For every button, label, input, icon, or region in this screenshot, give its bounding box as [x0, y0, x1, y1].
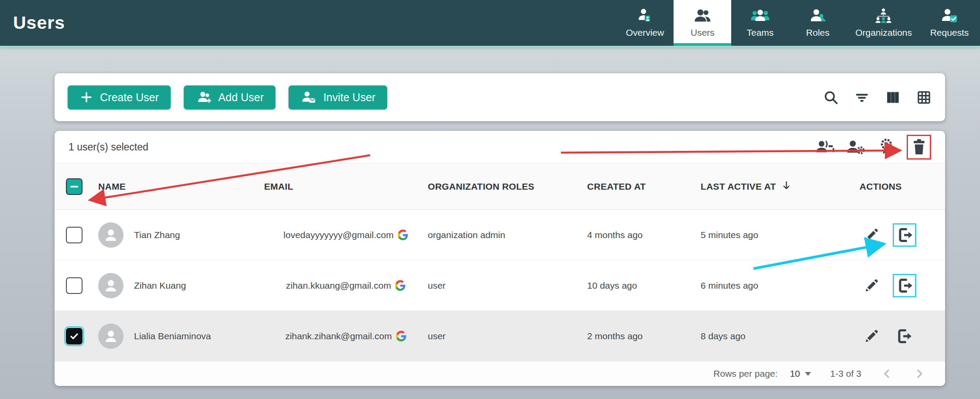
create-user-button[interactable]: Create User: [68, 85, 171, 109]
user-email: zihan.kkuang@gmail.com: [286, 280, 391, 291]
select-all-checkbox[interactable]: [66, 178, 83, 195]
google-icon: [397, 229, 409, 241]
invite-user-button[interactable]: Invite User: [289, 85, 387, 109]
table-row: Zihan Kuang zihan.kkuang@gmail.com user …: [55, 260, 945, 311]
columns-icon[interactable]: [885, 89, 901, 106]
overview-icon: [637, 8, 653, 24]
dropdown-arrow-icon: [805, 372, 811, 376]
remove-user-from-team-icon[interactable]: [815, 137, 835, 157]
google-icon: [395, 280, 406, 291]
rows-per-page: Rows per page: 10: [713, 368, 811, 379]
indeterminate-mark: [70, 186, 78, 188]
rows-per-page-select[interactable]: 10: [790, 368, 811, 379]
user-name: Zihan Kuang: [134, 280, 186, 291]
previous-page-button[interactable]: [880, 367, 894, 380]
tab-label: Users: [691, 27, 715, 38]
user-role: user: [428, 331, 446, 341]
requests-icon: [940, 8, 959, 24]
user-name: Tian Zhang: [134, 230, 180, 240]
tab-roles[interactable]: Roles: [789, 0, 846, 46]
remove-user-button[interactable]: [893, 274, 916, 297]
avatar: [98, 324, 124, 349]
users-icon: [693, 8, 712, 24]
trash-icon[interactable]: [909, 137, 929, 157]
edit-user-button[interactable]: [860, 223, 882, 247]
tab-overview[interactable]: Overview: [616, 0, 674, 46]
sort-desc-icon[interactable]: [781, 180, 792, 194]
tab-organizations[interactable]: Organizations: [846, 0, 921, 46]
annotation-red-box-trash: [907, 135, 931, 160]
tab-requests[interactable]: Requests: [921, 0, 978, 46]
table-view-controls: [823, 89, 932, 106]
user-settings-icon[interactable]: [846, 137, 866, 157]
column-header-name[interactable]: NAME: [98, 181, 126, 192]
column-header-roles[interactable]: ORGANIZATION ROLES: [428, 181, 534, 191]
grid-icon[interactable]: [916, 89, 932, 106]
tab-label: Requests: [930, 27, 969, 38]
button-label: Create User: [100, 91, 159, 104]
remove-user-button[interactable]: [893, 223, 916, 247]
users-admin-page: Users Overview Users Teams: [0, 0, 980, 399]
add-user-button[interactable]: Add User: [184, 85, 276, 109]
add-user-icon: [196, 90, 212, 104]
last-active-at: 6 minutes ago: [701, 280, 758, 291]
table-row: Lialia Beniaminova zihank.zihank@gmail.c…: [55, 311, 945, 361]
tab-label: Teams: [746, 27, 774, 38]
user-email: zihank.zihank@gmail.com: [285, 331, 392, 341]
award-icon[interactable]: [876, 137, 896, 157]
rows-per-page-label: Rows per page:: [713, 368, 777, 379]
nav-tabs: Overview Users Teams Roles: [616, 0, 980, 46]
pagination-range: 1-3 of 3: [830, 368, 861, 379]
created-at: 4 months ago: [587, 230, 643, 240]
row-checkbox[interactable]: [66, 277, 83, 294]
roles-icon: [808, 8, 827, 24]
filter-icon[interactable]: [854, 89, 870, 106]
table-header-row: NAME EMAIL ORGANIZATION ROLES CREATED AT…: [55, 164, 945, 210]
next-page-button[interactable]: [913, 367, 926, 380]
search-icon[interactable]: [823, 89, 839, 106]
last-active-at: 5 minutes ago: [701, 230, 758, 240]
table-row: Tian Zhang lovedayyyyyyy@gmail.com organ…: [55, 210, 945, 260]
rows-per-page-value: 10: [790, 368, 800, 379]
invite-user-icon: [300, 90, 316, 104]
column-header-actions: ACTIONS: [860, 181, 902, 192]
teams-icon: [750, 8, 770, 24]
avatar: [98, 222, 124, 248]
created-at: 2 months ago: [587, 331, 643, 341]
top-navigation-bar: Users Overview Users Teams: [0, 0, 980, 46]
edit-user-button[interactable]: [860, 274, 882, 297]
row-checkbox[interactable]: [66, 227, 83, 243]
button-label: Add User: [218, 91, 264, 104]
created-at: 10 days ago: [587, 280, 637, 290]
user-role: organization admin: [428, 230, 505, 240]
column-header-last-active[interactable]: LAST ACTIVE AT: [701, 181, 776, 192]
row-checkbox[interactable]: [66, 328, 83, 344]
bulk-action-icons: [815, 135, 931, 160]
table-footer: Rows per page: 10 1-3 of 3: [55, 361, 945, 386]
tab-teams[interactable]: Teams: [731, 0, 789, 46]
google-icon: [395, 331, 407, 342]
user-role: user: [428, 280, 446, 290]
user-email: lovedayyyyyyy@gmail.com: [283, 230, 393, 240]
tab-label: Overview: [626, 27, 664, 38]
selection-count: 1 user(s) selected: [69, 141, 148, 153]
tab-label: Roles: [806, 27, 830, 38]
plus-icon: [79, 90, 93, 104]
last-active-at: 8 days ago: [701, 331, 746, 341]
user-name: Lialia Beniaminova: [134, 331, 211, 341]
column-header-email[interactable]: EMAIL: [264, 181, 293, 192]
avatar: [98, 273, 124, 298]
button-label: Invite User: [323, 91, 375, 104]
tab-label: Organizations: [855, 27, 912, 38]
organizations-icon: [874, 8, 893, 24]
column-header-created[interactable]: CREATED AT: [587, 181, 646, 191]
actions-toolbar: Create User Add User Invite User: [55, 73, 945, 121]
users-table-card: 1 user(s) selected: [55, 131, 945, 386]
remove-user-button[interactable]: [893, 324, 915, 348]
edit-user-button[interactable]: [860, 324, 882, 348]
selection-bar: 1 user(s) selected: [55, 131, 945, 164]
tab-users[interactable]: Users: [674, 0, 731, 46]
page-title: Users: [13, 13, 65, 33]
